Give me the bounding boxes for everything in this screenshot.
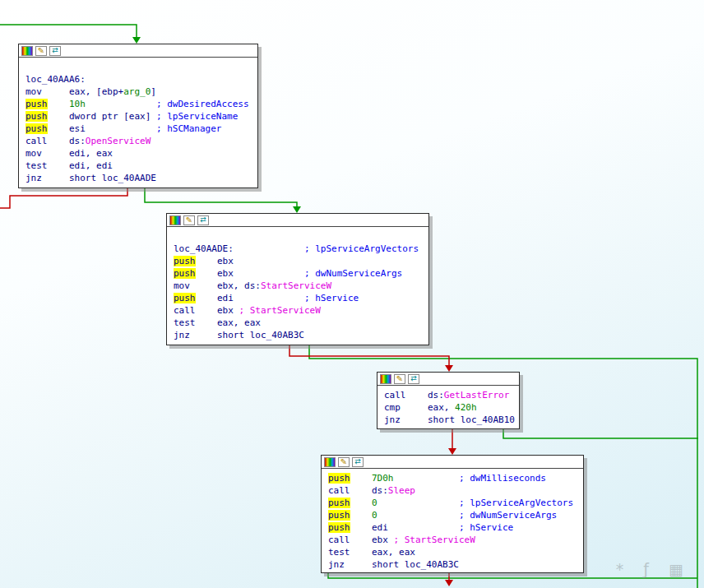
asm-line[interactable]: call ds:GetLastError <box>384 389 512 401</box>
asm-line[interactable] <box>25 61 251 73</box>
asm-token[interactable]: ; dwDesiredAccess <box>156 99 249 109</box>
node-title-bar[interactable]: ✎ ⇄ <box>322 456 583 469</box>
asm-line[interactable]: test eax, eax <box>174 317 422 329</box>
asm-token[interactable]: ; StartServiceW <box>393 535 475 545</box>
graph-node-getlasterror[interactable]: ✎ ⇄ call ds:GetLastErrorcmp eax, 420hjnz… <box>377 372 520 429</box>
asm-token[interactable]: ; hSCManager <box>156 123 221 134</box>
asm-line[interactable]: mov ebx, ds:StartServiceW <box>174 280 422 292</box>
asm-token[interactable]: GetLastError <box>444 390 509 400</box>
asm-code-block[interactable]: loc_40AAA6:mov eax, [ebp+arg_0]push 10h … <box>19 58 257 189</box>
asm-token[interactable]: ; lpServiceArgVectors <box>459 498 573 508</box>
asm-token[interactable]: ] <box>151 86 156 97</box>
asm-token[interactable]: ; hService <box>459 522 513 533</box>
asm-token[interactable]: push <box>174 256 196 266</box>
asm-token[interactable]: push <box>25 99 48 109</box>
asm-token[interactable] <box>48 99 70 109</box>
asm-token[interactable]: push <box>328 498 350 508</box>
asm-token[interactable]: esi <box>48 123 156 134</box>
asm-line[interactable]: push dword ptr [eax] ; lpServiceName <box>25 110 251 123</box>
asm-line[interactable]: jnz short loc_40AB3C <box>174 329 422 341</box>
asm-line[interactable]: push 7D0h ; dwMilliseconds <box>328 472 577 484</box>
asm-token[interactable]: ; hService <box>304 293 359 303</box>
node-title-bar[interactable]: ✎ ⇄ <box>377 373 519 386</box>
asm-token[interactable]: mov edi, eax <box>25 148 113 159</box>
node-edit-icon[interactable]: ✎ <box>338 457 350 467</box>
graph-node-sleep-retry[interactable]: ✎ ⇄ push 7D0h ; dwMillisecondscall ds:Sl… <box>321 455 584 573</box>
asm-code-block[interactable]: loc_40AADE: ; lpServiceArgVectorspush eb… <box>167 227 428 346</box>
asm-token[interactable]: ; dwNumServiceArgs <box>304 268 402 279</box>
asm-line[interactable]: cmp eax, 420h <box>384 401 512 414</box>
asm-token[interactable]: call ds: <box>328 485 388 496</box>
asm-token[interactable] <box>350 510 373 521</box>
asm-line[interactable]: push ebx ; dwNumServiceArgs <box>174 267 422 280</box>
asm-token[interactable]: test eax, eax <box>328 547 415 558</box>
node-title-bar[interactable]: ✎ ⇄ <box>19 44 257 58</box>
asm-line[interactable]: mov eax, [ebp+arg_0] <box>25 86 251 98</box>
asm-line[interactable]: push edi ; hService <box>328 521 577 534</box>
asm-token[interactable]: loc_40AADE: <box>174 243 304 254</box>
asm-token[interactable]: jnz short loc_40AB3C <box>328 559 459 570</box>
asm-token[interactable]: 0 <box>372 498 377 508</box>
asm-line[interactable]: jnz short loc_40AB10 <box>384 414 512 426</box>
asm-token[interactable]: jnz short loc_40AB3C <box>174 330 304 340</box>
asm-token[interactable]: edi <box>196 293 304 303</box>
asm-token[interactable]: ; lpServiceArgVectors <box>304 243 419 254</box>
asm-line[interactable]: jnz short loc_40AB3C <box>328 558 577 571</box>
asm-token[interactable]: push <box>328 522 350 533</box>
asm-token[interactable]: push <box>25 111 48 122</box>
asm-token[interactable]: OpenServiceW <box>86 136 151 146</box>
asm-line[interactable]: test edi, edi <box>25 160 251 172</box>
asm-token[interactable]: push <box>328 473 350 484</box>
node-color-icon[interactable] <box>380 374 391 384</box>
asm-token[interactable]: mov ebx, ds: <box>174 280 261 291</box>
asm-token[interactable] <box>377 510 459 521</box>
asm-token[interactable] <box>350 498 373 508</box>
asm-token[interactable]: loc_40AAA6: <box>25 74 86 85</box>
node-color-icon[interactable] <box>169 215 181 225</box>
asm-token[interactable]: cmp eax, <box>384 402 455 413</box>
node-color-icon[interactable] <box>324 457 336 467</box>
asm-line[interactable]: call ebx ; StartServiceW <box>328 534 577 546</box>
asm-line[interactable]: push esi ; hSCManager <box>25 123 251 135</box>
node-title-bar[interactable]: ✎ ⇄ <box>167 214 428 227</box>
asm-line[interactable]: mov edi, eax <box>25 147 251 160</box>
node-sync-icon[interactable]: ⇄ <box>197 215 209 225</box>
asm-token[interactable]: push <box>25 123 48 134</box>
node-sync-icon[interactable]: ⇄ <box>408 374 419 384</box>
asm-token[interactable]: jnz short loc_40AADE <box>25 173 156 183</box>
asm-token[interactable]: edi <box>350 522 459 533</box>
asm-token[interactable]: Sleep <box>388 485 415 496</box>
asm-token[interactable]: call ds: <box>384 390 444 400</box>
asm-token[interactable]: StartServiceW <box>261 280 331 291</box>
asm-line[interactable]: loc_40AADE: ; lpServiceArgVectors <box>174 243 422 255</box>
asm-line[interactable]: jnz short loc_40AADE <box>25 172 251 184</box>
node-color-icon[interactable] <box>21 46 33 56</box>
asm-line[interactable]: push 10h ; dwDesiredAccess <box>25 98 251 110</box>
asm-line[interactable]: push ebx <box>174 255 422 267</box>
asm-code-block[interactable]: call ds:GetLastErrorcmp eax, 420hjnz sho… <box>377 386 519 431</box>
asm-line[interactable]: push edi ; hService <box>174 292 422 304</box>
asm-token[interactable]: push <box>174 268 196 279</box>
asm-code-block[interactable]: push 7D0h ; dwMillisecondscall ds:Sleepp… <box>322 469 583 576</box>
asm-token[interactable]: push <box>328 510 350 521</box>
asm-token[interactable]: call ebx <box>328 535 393 545</box>
asm-token[interactable]: ; dwNumServiceArgs <box>459 510 557 521</box>
asm-token[interactable]: ; StartServiceW <box>239 305 320 316</box>
node-edit-icon[interactable]: ✎ <box>394 374 405 384</box>
asm-line[interactable]: push 0 ; dwNumServiceArgs <box>328 509 577 521</box>
asm-token[interactable]: call ebx <box>174 305 239 316</box>
asm-token[interactable]: ebx <box>196 256 234 266</box>
asm-token[interactable]: arg_0 <box>123 86 151 97</box>
asm-token[interactable] <box>86 99 156 109</box>
asm-line[interactable] <box>174 230 422 243</box>
asm-line[interactable]: test eax, eax <box>328 546 577 558</box>
graph-node-loc_40AAA6[interactable]: ✎ ⇄ loc_40AAA6:mov eax, [ebp+arg_0]push … <box>18 44 258 188</box>
asm-token[interactable]: 420h <box>455 402 477 413</box>
node-edit-icon[interactable]: ✎ <box>35 46 47 56</box>
node-sync-icon[interactable]: ⇄ <box>352 457 364 467</box>
asm-token[interactable]: test eax, eax <box>174 317 261 328</box>
asm-line[interactable]: call ds:OpenServiceW <box>25 135 251 147</box>
asm-token[interactable] <box>377 498 459 508</box>
asm-token[interactable]: 10h <box>69 99 86 109</box>
asm-token[interactable]: 0 <box>372 510 377 521</box>
